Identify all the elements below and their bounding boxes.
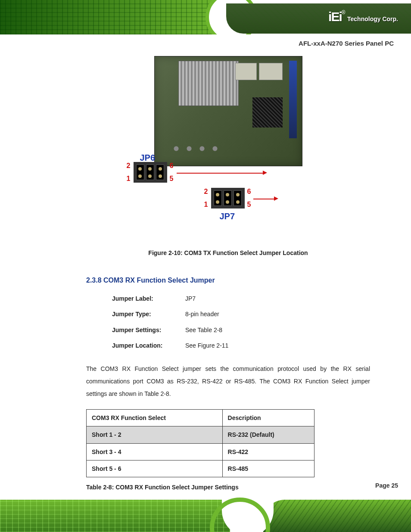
spec-label: Jumper Location: xyxy=(112,341,185,350)
section-heading: 2.3.8 COM3 RX Function Select Jumper xyxy=(86,275,370,286)
jp7-pin-2: 2 xyxy=(204,186,208,197)
jp6-box xyxy=(134,162,167,183)
spec-label: Jumper Label: xyxy=(112,294,185,303)
chip-a xyxy=(259,63,283,80)
body-paragraph-1: The COM3 RX Function Select jumper sets … xyxy=(86,363,370,401)
heatsink xyxy=(178,61,239,106)
table-header: COM3 RX Function Select xyxy=(87,409,223,426)
footer-right xyxy=(263,500,411,532)
jp6-arrow xyxy=(177,173,263,174)
spec-row: Jumper Location: See Figure 2-11 xyxy=(112,341,370,350)
figure-area: JP6 2 1 6 5 2 1 6 5 JP7 xyxy=(116,56,340,258)
spec-value: JP7 xyxy=(185,294,196,303)
table-header: Description xyxy=(222,409,314,426)
jp6-pin-5: 5 xyxy=(170,173,174,184)
header-banner: iEi® Technology Corp. xyxy=(0,0,411,34)
motherboard-image xyxy=(154,56,302,166)
table-row: Short 3 - 4 RS-422 xyxy=(87,443,314,460)
spec-value: See Table 2-8 xyxy=(185,325,222,335)
spec-value: See Figure 2-11 xyxy=(185,341,228,350)
page-number: Page 25 xyxy=(375,482,398,489)
spec-label: Jumper Type: xyxy=(112,309,185,319)
logo-tagline: Technology Corp. xyxy=(347,16,398,22)
jp7-pin-1: 1 xyxy=(204,199,208,210)
chip-b xyxy=(235,63,257,80)
jp7-box xyxy=(211,188,245,208)
ram-slot xyxy=(289,61,297,138)
spec-label: Jumper Settings: xyxy=(112,325,185,335)
spec-row: Jumper Settings: See Table 2-8 xyxy=(112,325,370,335)
table-cell: Short 3 - 4 xyxy=(87,443,223,460)
black-chip xyxy=(252,97,283,128)
table-cell: Short 1 - 2 xyxy=(87,426,223,443)
header-pcb-texture xyxy=(0,0,226,34)
jp6-pin-2: 2 xyxy=(127,160,131,171)
brand-logo: iEi® Technology Corp. xyxy=(328,9,398,24)
logo-reg: ® xyxy=(342,9,346,16)
footer-banner xyxy=(0,491,411,532)
table-cell: Short 5 - 6 xyxy=(87,460,223,477)
jp6-pin-6: 6 xyxy=(170,160,174,171)
document-title: AFL-xxA-N270 Series Panel PC xyxy=(299,40,394,47)
table-row: Short 1 - 2 RS-232 (Default) xyxy=(87,426,314,443)
jp6-arrow-head xyxy=(263,171,267,175)
jp7-pin-5: 5 xyxy=(247,199,251,210)
jp7-pin-6: 6 xyxy=(247,186,251,197)
table-cell: RS-422 xyxy=(222,443,314,460)
jp7-arrow-head xyxy=(274,196,278,201)
jp6-pin-1: 1 xyxy=(127,173,131,184)
jumper-diagram: JP6 2 1 6 5 2 1 6 5 JP7 xyxy=(116,158,340,235)
table-row: Short 5 - 6 RS-485 xyxy=(87,460,314,477)
spec-row: Jumper Type: 8-pin header xyxy=(112,309,370,319)
spec-value: 8-pin header xyxy=(185,309,219,319)
footer-left xyxy=(0,500,230,532)
spec-list: Jumper Label: JP7 Jumper Type: 8-pin hea… xyxy=(112,294,370,351)
page-content: JP6 2 1 6 5 2 1 6 5 JP7 xyxy=(0,34,411,517)
spec-row: Jumper Label: JP7 xyxy=(112,294,370,303)
logo-text: iEi xyxy=(328,9,342,24)
settings-table: COM3 RX Function Select Description Shor… xyxy=(86,409,314,478)
table-cell: RS-232 (Default) xyxy=(222,426,314,443)
table-cell: RS-485 xyxy=(222,460,314,477)
figure-caption: Figure 2-10: COM3 TX Function Select Jum… xyxy=(116,248,340,258)
jp7-arrow xyxy=(253,199,274,199)
jp7-label: JP7 xyxy=(220,209,235,223)
capacitors xyxy=(168,140,254,157)
